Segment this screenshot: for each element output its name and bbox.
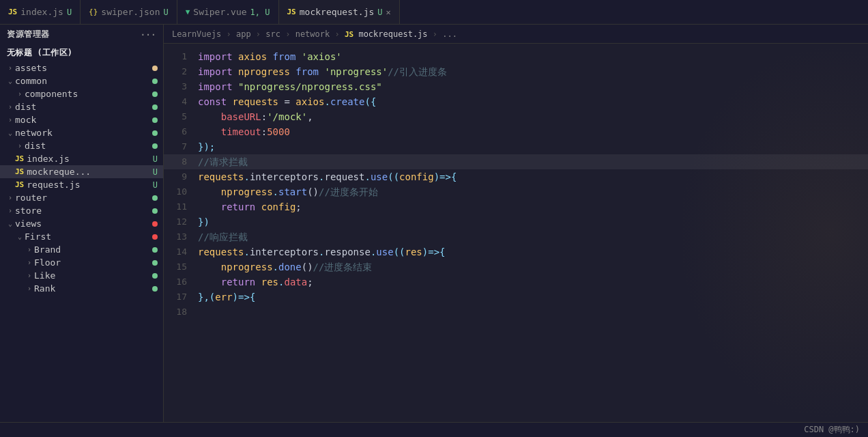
sidebar-folder-item[interactable]: ›Rank — [0, 282, 163, 295]
line-number: 11 — [164, 199, 198, 214]
token-var: requests — [233, 96, 285, 107]
sidebar-folder-item[interactable]: ›mock — [0, 113, 163, 126]
token-plain: , — [307, 111, 313, 122]
token-kw-blue: from — [295, 66, 324, 77]
token-var: requests — [198, 246, 244, 257]
sidebar-folder-item[interactable]: ›Like — [0, 269, 163, 282]
token-lib: nprogress — [221, 262, 273, 272]
folder-arrow: ⌄ — [5, 129, 15, 137]
folder-arrow: ⌄ — [15, 233, 25, 240]
sidebar-folder-item[interactable]: ›dist — [0, 139, 163, 152]
folder-label: assets — [15, 63, 152, 73]
line-content: import "nprogress/nprogress.css" — [198, 79, 868, 94]
token-kw-blue: from — [273, 51, 302, 62]
editor-area: LearnVuejs › app › src › network › JS mo… — [164, 25, 868, 422]
sidebar-dots[interactable]: ··· — [141, 30, 156, 40]
json-icon: {} — [89, 8, 98, 16]
line-content: return res.data; — [198, 274, 868, 290]
line-number: 18 — [164, 305, 198, 320]
token-var: requests — [198, 171, 244, 182]
sidebar-folder-item[interactable]: ⌄common — [0, 74, 163, 87]
line-content: }); — [198, 139, 868, 154]
code-line: 17},(err)=>{ — [164, 290, 868, 305]
folder-label: Rank — [34, 283, 152, 294]
sidebar-tree: 无标题 (工作区)›assets⌄common›components›dist›… — [0, 44, 163, 295]
status-dot — [152, 143, 158, 149]
folder-label: Floor — [34, 257, 152, 268]
token-bracket: { — [451, 171, 457, 182]
token-plain: request — [324, 171, 364, 182]
token-prop: timeout — [221, 126, 261, 137]
line-number: 1 — [164, 49, 198, 64]
token-plain: ; — [307, 277, 313, 287]
code-line: 11 return config; — [164, 199, 868, 214]
token-op: . — [273, 262, 278, 272]
sidebar-folder-item[interactable]: ›assets — [0, 61, 163, 74]
sidebar-file-item[interactable]: JSindex.jsU — [0, 152, 163, 165]
token-op: . — [273, 186, 278, 197]
status-dot — [152, 273, 158, 279]
folder-label: First — [25, 231, 152, 242]
folder-arrow: › — [5, 103, 15, 111]
code-line: 18 — [164, 305, 868, 320]
code-line: 14requests.interceptors.response.use((re… — [164, 244, 868, 259]
folder-label: views — [15, 218, 152, 229]
token-comment-ch: //响应拦截 — [198, 231, 248, 242]
token-bracket: )=> — [422, 246, 439, 257]
token-fn: start — [278, 186, 307, 197]
file-badge: U — [153, 154, 158, 164]
bottom-text: CSDN @鸭鸭:) — [804, 424, 860, 436]
status-dot — [152, 91, 158, 97]
sidebar-file-item[interactable]: JSrequest.jsU — [0, 178, 163, 191]
token-plain — [198, 111, 221, 122]
token-lib: nprogress — [221, 186, 273, 197]
code-line: 2import nprogress from 'nprogress'//引入进度… — [164, 64, 868, 79]
line-content: import axios from 'axios' — [198, 49, 868, 64]
tab-label: index.js — [20, 7, 63, 17]
sidebar-folder-item[interactable]: ›router — [0, 191, 163, 204]
sidebar-folder-item[interactable]: ⌄network — [0, 126, 163, 139]
sidebar-folder-item[interactable]: ›Brand — [0, 243, 163, 256]
sidebar-file-item[interactable]: JSmockreque...U — [0, 165, 163, 178]
status-dot — [152, 247, 158, 253]
token-str: 'axios' — [302, 51, 342, 62]
line-content: timeout:5000 — [198, 124, 868, 139]
code-line: 12}) — [164, 214, 868, 229]
tab-swiper-vue[interactable]: ▼Swiper.vue 1, U — [177, 0, 279, 24]
sidebar-folder-item[interactable]: ›dist — [0, 100, 163, 113]
tab-swiper-json[interactable]: {}swiper.json U — [81, 0, 177, 24]
js-icon: JS — [287, 8, 296, 16]
sidebar-folder-item[interactable]: ⌄First — [0, 230, 163, 243]
token-plain: () — [302, 262, 313, 272]
folder-label: store — [15, 206, 152, 216]
line-content: return config; — [198, 199, 868, 214]
sidebar-folder-item[interactable]: ⌄views — [0, 217, 163, 230]
token-bracket: },( — [198, 292, 215, 302]
sidebar-folder-item[interactable]: ›components — [0, 87, 163, 100]
token-comment-ch: //引入进度条 — [388, 66, 447, 77]
code-line: 16 return res.data; — [164, 274, 868, 290]
tab-mockrequest-js[interactable]: JSmockrequest.js U✕ — [279, 0, 400, 24]
sidebar-folder-item[interactable]: ›store — [0, 204, 163, 217]
line-content: import nprogress from 'nprogress'//引入进度条 — [198, 64, 868, 79]
breadcrumb: LearnVuejs › app › src › network › JS mo… — [164, 25, 868, 44]
line-content: },(err)=>{ — [198, 290, 868, 305]
code-line: 8//请求拦截 — [164, 154, 868, 169]
token-bracket: { — [250, 292, 255, 302]
token-var: config — [261, 201, 296, 212]
tab-index-js[interactable]: JSindex.js U — [0, 0, 81, 24]
tab-label: swiper.json — [101, 7, 160, 17]
token-fn: use — [376, 246, 393, 257]
token-num: 5000 — [267, 126, 290, 137]
folder-arrow: ⌄ — [5, 220, 15, 227]
line-number: 15 — [164, 259, 198, 274]
code-line: 9requests.interceptors.request.use((conf… — [164, 169, 868, 184]
sidebar-folder-item[interactable]: ›Floor — [0, 256, 163, 269]
sidebar-header: 资源管理器 ··· — [0, 25, 163, 44]
close-icon[interactable]: ✕ — [386, 8, 391, 17]
token-prop: data — [284, 277, 307, 287]
code-line: 15 nprogress.done()//进度条结束 — [164, 259, 868, 274]
token-plain — [198, 201, 221, 212]
code-line: 4const requests = axios.create({ — [164, 94, 868, 109]
code-editor[interactable]: 1import axios from 'axios'2import nprogr… — [164, 44, 868, 422]
